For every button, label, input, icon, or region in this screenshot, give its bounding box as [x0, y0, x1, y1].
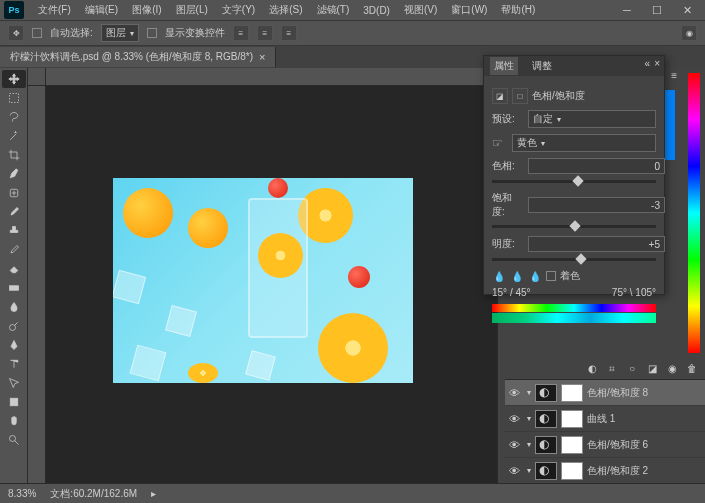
menu-help[interactable]: 帮助(H) — [495, 1, 541, 19]
menu-edit[interactable]: 编辑(E) — [79, 1, 124, 19]
channel-dropdown[interactable]: 黄色 — [512, 134, 656, 152]
trash-icon[interactable]: 🗑 — [685, 362, 699, 376]
document-tab[interactable]: 柠檬汁饮料调色.psd @ 8.33% (色相/饱和度 8, RGB/8*) × — [0, 47, 276, 67]
saturation-slider[interactable] — [492, 225, 656, 228]
layer-row[interactable]: 👁 ▾ 色相/饱和度 8 — [505, 380, 705, 406]
layer-filter-icon[interactable]: ◐ — [585, 362, 599, 376]
hand-tool[interactable] — [2, 412, 26, 430]
zoom-level[interactable]: 8.33% — [8, 488, 36, 499]
layer-thumbnail[interactable] — [535, 462, 557, 480]
move-tool[interactable] — [2, 70, 26, 88]
wand-tool[interactable] — [2, 127, 26, 145]
lightness-slider[interactable] — [492, 258, 656, 261]
layer-mask-thumb[interactable] — [561, 384, 583, 402]
eye-icon[interactable]: ◉ — [665, 362, 679, 376]
document-info[interactable]: 文档:60.2M/162.6M — [50, 487, 137, 501]
auto-select-checkbox[interactable] — [32, 28, 42, 38]
tab-adjustments[interactable]: 调整 — [528, 57, 556, 75]
collapse-icon[interactable]: « — [645, 58, 651, 69]
menu-window[interactable]: 窗口(W) — [445, 1, 493, 19]
canvas-area[interactable] — [28, 68, 497, 483]
layer-row[interactable]: 👁 ▾ 色相/饱和度 2 — [505, 458, 705, 484]
type-tool[interactable] — [2, 355, 26, 373]
hue-input[interactable] — [528, 158, 665, 174]
layer-mask-thumb[interactable] — [561, 462, 583, 480]
visibility-toggle[interactable]: 👁 — [509, 413, 523, 425]
shape-tool[interactable] — [2, 393, 26, 411]
menu-image[interactable]: 图像(I) — [126, 1, 167, 19]
layer-name[interactable]: 曲线 1 — [587, 412, 701, 426]
hue-slider[interactable] — [492, 180, 656, 183]
hand-icon[interactable]: ☞ — [492, 136, 508, 150]
layer-mask-thumb[interactable] — [561, 436, 583, 454]
blur-tool[interactable] — [2, 298, 26, 316]
window-minimize[interactable]: ─ — [613, 1, 641, 19]
align-icon-3[interactable]: ≡ — [281, 25, 297, 41]
auto-select-mode-dropdown[interactable]: 图层 — [101, 24, 139, 42]
brush-tool[interactable] — [2, 203, 26, 221]
eyedropper-sub-icon[interactable]: 💧 — [528, 269, 542, 283]
layer-mask-thumb[interactable] — [561, 410, 583, 428]
eyedropper-tool[interactable] — [2, 165, 26, 183]
heal-tool[interactable] — [2, 184, 26, 202]
menu-view[interactable]: 视图(V) — [398, 1, 443, 19]
menu-type[interactable]: 文字(Y) — [216, 1, 261, 19]
stamp-tool[interactable] — [2, 222, 26, 240]
3d-mode-icon[interactable]: ◉ — [681, 25, 697, 41]
layer-row[interactable]: 👁 ▾ 曲线 1 — [505, 406, 705, 432]
history-brush-tool[interactable] — [2, 241, 26, 259]
close-icon[interactable]: × — [654, 58, 660, 69]
close-tab-icon[interactable]: × — [259, 51, 265, 63]
menu-filter[interactable]: 滤镜(T) — [311, 1, 356, 19]
path-tool[interactable] — [2, 374, 26, 392]
menu-layer[interactable]: 图层(L) — [170, 1, 214, 19]
align-icon-2[interactable]: ≡ — [257, 25, 273, 41]
layer-thumbnail[interactable] — [535, 410, 557, 428]
layer-name[interactable]: 色相/饱和度 2 — [587, 464, 701, 478]
lightness-input[interactable] — [528, 236, 665, 252]
hue-range-strip-result[interactable] — [492, 313, 656, 323]
eyedropper-icon[interactable]: 💧 — [492, 269, 506, 283]
layer-thumbnail[interactable] — [535, 384, 557, 402]
ruler-vertical[interactable] — [28, 86, 46, 483]
gradient-tool[interactable] — [2, 279, 26, 297]
canvas-image[interactable] — [113, 178, 413, 383]
eraser-tool[interactable] — [2, 260, 26, 278]
window-maximize[interactable]: ☐ — [643, 1, 671, 19]
align-icon[interactable]: ≡ — [233, 25, 249, 41]
layer-name[interactable]: 色相/饱和度 6 — [587, 438, 701, 452]
saturation-input[interactable] — [528, 197, 665, 213]
marquee-tool[interactable] — [2, 89, 26, 107]
preset-dropdown[interactable]: 自定 — [528, 110, 656, 128]
panel-menu-icon[interactable]: ≡ — [671, 70, 677, 81]
visibility-toggle[interactable]: 👁 — [509, 387, 523, 399]
link-icon[interactable]: ⌗ — [605, 362, 619, 376]
layer-row[interactable]: 👁 ▾ 色相/饱和度 6 — [505, 432, 705, 458]
chevron-down-icon[interactable]: ▾ — [527, 440, 531, 449]
chevron-down-icon[interactable]: ▾ — [527, 414, 531, 423]
hue-bar[interactable] — [688, 73, 700, 353]
tab-properties[interactable]: 属性 — [490, 57, 518, 75]
chevron-down-icon[interactable]: ▾ — [527, 388, 531, 397]
zoom-tool[interactable] — [2, 431, 26, 449]
eyedropper-add-icon[interactable]: 💧 — [510, 269, 524, 283]
visibility-toggle[interactable]: 👁 — [509, 439, 523, 451]
dodge-tool[interactable] — [2, 317, 26, 335]
visibility-toggle[interactable]: 👁 — [509, 465, 523, 477]
menu-3d[interactable]: 3D(D) — [357, 3, 396, 18]
crop-tool[interactable] — [2, 146, 26, 164]
layer-thumbnail[interactable] — [535, 436, 557, 454]
lasso-tool[interactable] — [2, 108, 26, 126]
chevron-right-icon[interactable]: ▸ — [151, 488, 156, 499]
window-close[interactable]: ✕ — [673, 1, 701, 19]
colorize-checkbox[interactable] — [546, 271, 556, 281]
ruler-horizontal[interactable] — [46, 68, 497, 86]
hue-range-strip[interactable] — [492, 304, 656, 312]
layer-mask-icon[interactable]: ◪ — [645, 362, 659, 376]
layer-style-icon[interactable]: ○ — [625, 362, 639, 376]
layer-name[interactable]: 色相/饱和度 8 — [587, 386, 701, 400]
pen-tool[interactable] — [2, 336, 26, 354]
menu-select[interactable]: 选择(S) — [263, 1, 308, 19]
chevron-down-icon[interactable]: ▾ — [527, 466, 531, 475]
show-transform-checkbox[interactable] — [147, 28, 157, 38]
